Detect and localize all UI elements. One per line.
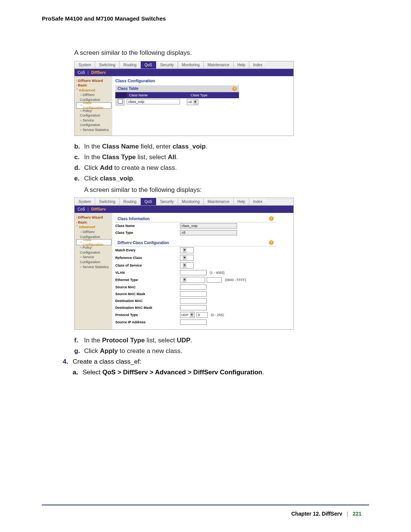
nav-wizard[interactable]: ›Diffserv Wizard: [76, 215, 112, 220]
lbl-ref-class: Reference Class: [115, 256, 180, 260]
row-checkbox[interactable]: [115, 98, 125, 106]
side-nav: ›Diffserv Wizard ›Basic ˅Advanced »DiffS…: [75, 76, 112, 136]
class-type-select[interactable]: All ▼: [187, 99, 198, 105]
separator: |: [88, 207, 89, 211]
vlan-input[interactable]: [180, 270, 207, 275]
help-icon[interactable]: ?: [269, 240, 274, 245]
chevron-down-icon: ▼: [183, 256, 186, 260]
lbl-class-type: Class Type: [115, 231, 180, 235]
select-value: UDP: [181, 313, 188, 317]
tab-security[interactable]: Security: [156, 198, 178, 205]
hint-proto: (0 - 255): [211, 313, 224, 317]
top-tabs: System Switching Routing QoS Security Mo…: [75, 61, 293, 69]
nav-service-conf[interactable]: »Service Configuration: [76, 255, 112, 264]
ref-class-select[interactable]: ▼: [180, 255, 194, 261]
page: ProSafe M4100 and M7100 Managed Switches…: [0, 0, 411, 532]
checkbox-icon: [118, 99, 123, 104]
tab-qos[interactable]: QoS: [141, 198, 156, 205]
side-nav-2: ›Diffserv Wizard ›Basic ˅Advanced »DiffS…: [75, 213, 112, 329]
tab-index[interactable]: Index: [249, 61, 266, 69]
tab-help[interactable]: Help: [234, 198, 250, 205]
tab-switching[interactable]: Switching: [95, 198, 119, 205]
tab-monitoring[interactable]: Monitoring: [178, 198, 204, 205]
help-icon[interactable]: ?: [232, 86, 237, 91]
nav-service-stats[interactable]: »Service Statistics: [76, 128, 112, 133]
lbl-src-ip: Source IP Address: [115, 320, 180, 324]
src-mac-mask-input[interactable]: [180, 291, 207, 297]
tab-maintenance[interactable]: Maintenance: [204, 61, 233, 69]
step-b: b. In the Class Name field, enter class_…: [74, 143, 369, 150]
content-area-2: Class Information ? Class Name Class Typ…: [112, 213, 293, 329]
match-every-select[interactable]: ▼: [180, 247, 194, 253]
subtab-cos[interactable]: CoS: [78, 70, 85, 75]
content-area: Class Configuration Class Table ? Class …: [112, 76, 293, 136]
nav-class-conf[interactable]: »Class Configuration: [76, 102, 112, 109]
lbl-src-mac: Source MAC: [115, 285, 180, 289]
eth-type-select[interactable]: ▼: [180, 277, 205, 283]
help-icon[interactable]: ?: [269, 216, 274, 221]
step-4: 4. Create a class class_ef: a. Select Qo…: [63, 358, 369, 379]
cos-select[interactable]: ▼: [180, 262, 194, 268]
col-class-name: Class Name: [127, 92, 188, 98]
subtab-diffserv[interactable]: DiffServ: [91, 70, 106, 75]
tab-routing[interactable]: Routing: [119, 198, 140, 205]
screenshot-class-info: System Switching Routing QoS Security Mo…: [74, 198, 294, 330]
panel-title-info: Class Information: [118, 217, 150, 221]
grid-row: All ▼: [115, 98, 239, 106]
footer-chapter: Chapter 12. DiffServ: [291, 511, 342, 517]
step-4a: a. Select QoS > DiffServ > Advanced > Di…: [73, 369, 264, 376]
proto-type-select[interactable]: UDP ▼: [180, 312, 195, 318]
nav-basic[interactable]: ›Basic: [76, 220, 112, 225]
panel-header: Class Table ?: [115, 85, 239, 92]
panel-title-diffserv: Diffserv Class Configuration: [118, 241, 169, 245]
step-g: g. Click Apply to create a new class.: [74, 347, 369, 355]
lbl-vlan: VLAN: [115, 271, 180, 275]
subtab-diffserv[interactable]: DiffServ: [91, 207, 106, 211]
checkbox-header: [115, 92, 127, 98]
step-c: c. In the Class Type list, select All.: [74, 153, 369, 161]
screenshot-class-config: System Switching Routing QoS Security Mo…: [74, 61, 294, 136]
sub-tabs: CoS | DiffServ: [75, 69, 293, 76]
separator: |: [88, 70, 89, 75]
subtab-cos[interactable]: CoS: [78, 207, 85, 211]
chevron-down-icon: ▼: [193, 100, 197, 104]
doc-title: ProSafe M4100 and M7100 Managed Switches: [42, 15, 369, 22]
src-mac-input[interactable]: [180, 284, 207, 290]
class-name-readonly: [180, 223, 237, 228]
nav-class-conf[interactable]: »Class Configuration: [76, 239, 112, 245]
tab-system[interactable]: System: [75, 61, 95, 69]
tab-qos[interactable]: QoS: [141, 61, 156, 69]
steps-b-e: b. In the Class Name field, enter class_…: [74, 143, 369, 182]
nav-wizard[interactable]: ›Diffserv Wizard: [76, 78, 112, 83]
content-title: Class Configuration: [115, 78, 291, 83]
class-type-readonly: [180, 230, 237, 235]
class-name-input[interactable]: [127, 99, 180, 104]
panel-title: Class Table: [118, 86, 139, 91]
nav-advanced[interactable]: ˅Advanced: [76, 88, 112, 93]
nav-service-conf[interactable]: »Service Configuration: [76, 118, 112, 128]
tab-maintenance[interactable]: Maintenance: [204, 198, 233, 205]
eth-type-input[interactable]: [207, 277, 222, 283]
tab-monitoring[interactable]: Monitoring: [178, 61, 204, 69]
proto-num-input[interactable]: [196, 312, 208, 318]
tab-help[interactable]: Help: [234, 61, 250, 69]
lbl-cos: Class of Service: [115, 264, 180, 267]
dst-mac-input[interactable]: [180, 298, 207, 304]
src-ip-input[interactable]: [180, 320, 207, 325]
nav-basic[interactable]: ›Basic: [76, 83, 112, 88]
nav-service-stats[interactable]: »Service Statistics: [76, 265, 112, 270]
tab-system[interactable]: System: [75, 198, 95, 205]
tab-routing[interactable]: Routing: [119, 61, 140, 69]
hint-eth: (0600 - FFFF): [225, 278, 246, 282]
body-indent: A screen similar to the following displa…: [74, 48, 369, 355]
hint-vlan: (1 - 4093): [210, 271, 225, 275]
tab-security[interactable]: Security: [156, 61, 178, 69]
tab-index[interactable]: Index: [249, 198, 266, 205]
lbl-eth-type: Ethernet Type: [115, 278, 180, 282]
nav-advanced[interactable]: ˅Advanced: [76, 225, 112, 230]
tab-switching[interactable]: Switching: [95, 61, 119, 69]
footer-separator: |: [347, 511, 348, 517]
step-4-block: 4. Create a class class_ef: a. Select Qo…: [63, 358, 369, 379]
step-d: d. Click Add to create a new class.: [74, 164, 369, 172]
dst-mac-mask-input[interactable]: [180, 305, 207, 310]
